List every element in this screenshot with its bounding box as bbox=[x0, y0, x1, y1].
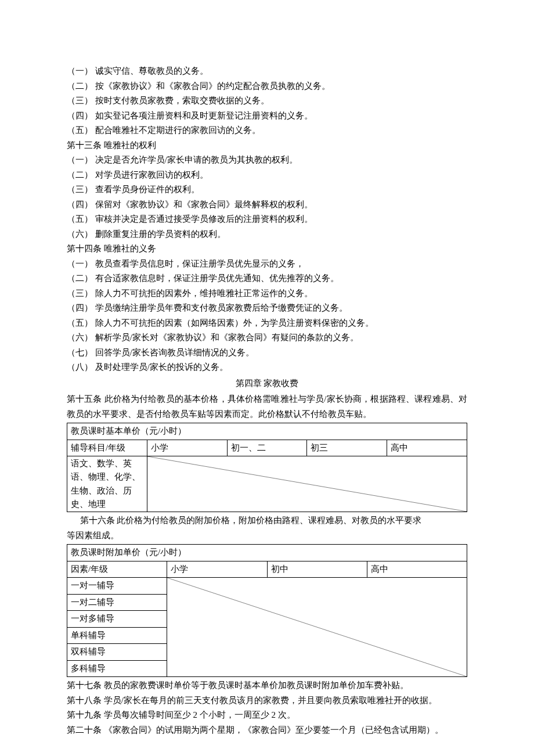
table-row-label: 一对二辅导 bbox=[67, 594, 167, 611]
table-header-cell: 高中 bbox=[367, 561, 467, 578]
additional-price-table: 教员课时附加单价（元/小时） 因素/年级 小学 初中 高中 一对一辅导 一对二辅… bbox=[67, 544, 467, 677]
text-line: （一） 教员查看学员信息时，保证注册学员优先显示的义务， bbox=[67, 257, 467, 272]
table-header-cell: 初一、二 bbox=[227, 440, 307, 456]
diagonal-line-icon bbox=[167, 578, 467, 676]
text-line: （二） 对学员进行家教回访的权利。 bbox=[67, 168, 467, 183]
article-16: 第十六条 此价格为付给教员的附加价格，附加价格由路程、课程难易、对教员的水平要求 bbox=[67, 513, 467, 528]
table-header-cell: 初中 bbox=[267, 561, 367, 578]
text-line: （三） 查看学员身份证件的权利。 bbox=[67, 182, 467, 197]
text-line: （五） 审核并决定是否通过接受学员修改后的注册资料的权利。 bbox=[67, 212, 467, 227]
table-header-cell: 小学 bbox=[167, 561, 267, 578]
table-row-label: 双科辅导 bbox=[67, 644, 167, 661]
svg-line-0 bbox=[147, 456, 467, 512]
article-16-cont: 等因素组成。 bbox=[67, 528, 467, 543]
text-line: （六） 删除重复注册的学员资料的权利。 bbox=[67, 227, 467, 242]
text-line: （四） 学员缴纳注册学员年费和支付教员家教费后给予缴费凭证的义务。 bbox=[67, 301, 467, 316]
text-line: （二） 按《家教协议》和《家教合同》的约定配合教员执教的义务。 bbox=[67, 79, 467, 94]
table-header-cell: 初三 bbox=[307, 440, 387, 456]
text-line: （一） 诚实守信、尊敬教员的义务。 bbox=[67, 64, 467, 79]
text-line: （二） 有合适家教信息时，保证注册学员优先通知、优先推荐的义务。 bbox=[67, 271, 467, 286]
article-17: 第十七条 教员的家教费课时单价等于教员课时基本单价加教员课时附加单价加车费补贴。 bbox=[67, 678, 467, 693]
diagonal-line-icon bbox=[147, 456, 467, 512]
table-title: 教员课时基本单价（元/小时） bbox=[67, 423, 467, 440]
text-line: （八） 及时处理学员/家长的投诉的义务。 bbox=[67, 360, 467, 375]
diagonal-cell bbox=[167, 578, 467, 677]
text-line: （五） 配合唯雅社不定期进行的家教回访的义务。 bbox=[67, 123, 467, 138]
table-header-cell: 高中 bbox=[387, 440, 467, 456]
table-header-cell: 因素/年级 bbox=[67, 561, 167, 578]
table-title: 教员课时附加单价（元/小时） bbox=[67, 545, 467, 561]
diagonal-cell bbox=[147, 456, 467, 512]
text-line: 第十四条 唯雅社的义务 bbox=[67, 242, 467, 257]
document-body: （一） 诚实守信、尊敬教员的义务。 （二） 按《家教协议》和《家教合同》的约定配… bbox=[67, 64, 467, 737]
text-line: （一） 决定是否允许学员/家长申请的教员为其执教的权利。 bbox=[67, 153, 467, 168]
text-line: （三） 按时支付教员家教费，索取交费收据的义务。 bbox=[67, 93, 467, 109]
table-header-cell: 小学 bbox=[147, 440, 227, 456]
table-row-label: 一对一辅导 bbox=[67, 578, 167, 595]
article-18: 第十八条 学员/家长在每月的前三天支付教员该月的家教费，并且要向教员索取唯雅社开… bbox=[67, 693, 467, 708]
svg-line-1 bbox=[167, 578, 467, 676]
text-line: （四） 如实登记各项注册资料和及时更新登记注册资料的义务。 bbox=[67, 109, 467, 124]
text-line: （七） 回答学员/家长咨询教员详细情况的义务。 bbox=[67, 345, 467, 361]
table-row-label: 多科辅导 bbox=[67, 660, 167, 677]
table-row-label: 语文、数学、英语、物理、化学、生物、政治、历史、地理 bbox=[67, 456, 147, 512]
table-row-label: 单科辅导 bbox=[67, 627, 167, 644]
article-20: 第二十条 《家教合同》的试用期为两个星期，《家教合同》至少要签一个月（已经包含试… bbox=[67, 723, 467, 738]
text-line: （四） 保留对《家教协议》和《家教合同》最终解释权的权利。 bbox=[67, 197, 467, 213]
chapter-title: 第四章 家教收费 bbox=[67, 376, 467, 391]
text-line: （五） 除人力不可抗拒的因素（如网络因素）外，为学员注册资料保密的义务。 bbox=[67, 316, 467, 331]
article-15: 第十五条 此价格为付给教员的基本价格，具体价格需唯雅社与学员/家长协商，根据路程… bbox=[67, 392, 467, 422]
text-line: （三） 除人力不可抗拒的因素外，维持唯雅社正常运作的义务。 bbox=[67, 286, 467, 301]
text-line: （六） 解析学员/家长对《家教协议》和《家教合同》有疑问的条款的义务。 bbox=[67, 330, 467, 345]
table-header-cell: 辅导科目/年级 bbox=[67, 440, 147, 456]
text-line: 第十三条 唯雅社的权利 bbox=[67, 138, 467, 153]
table-row-label: 一对多辅导 bbox=[67, 611, 167, 628]
base-price-table: 教员课时基本单价（元/小时） 辅导科目/年级 小学 初一、二 初三 高中 语文、… bbox=[67, 423, 467, 512]
article-19: 第十九条 学员每次辅导时间至少 2 个小时，一周至少 2 次。 bbox=[67, 708, 467, 723]
